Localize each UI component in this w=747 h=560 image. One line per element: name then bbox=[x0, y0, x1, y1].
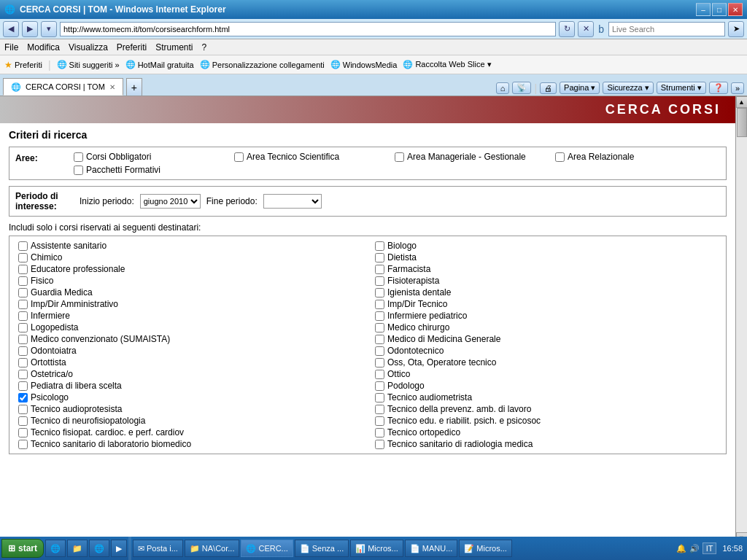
menu-strumenti[interactable]: Strumenti bbox=[155, 42, 193, 52]
recipient-checkbox-4[interactable] bbox=[18, 265, 28, 274]
recipient-checkbox-26[interactable] bbox=[18, 393, 28, 402]
taskbar-btn-nacor[interactable]: 📁 NA\Cor... bbox=[185, 540, 240, 557]
area-manageriale-checkbox[interactable] bbox=[395, 152, 404, 162]
tab-new[interactable]: + bbox=[126, 78, 142, 96]
close-button[interactable]: ✕ bbox=[728, 3, 743, 16]
fav-preferiti[interactable]: ★ Preferiti bbox=[4, 60, 42, 70]
recipient-checkbox-29[interactable] bbox=[375, 405, 384, 414]
fav-siti[interactable]: 🌐 Siti suggeriti » bbox=[57, 60, 120, 69]
sicurezza-button[interactable]: Sicurezza ▾ bbox=[603, 82, 653, 94]
help-button[interactable]: ❓ bbox=[709, 82, 728, 94]
recipient-checkbox-15[interactable] bbox=[375, 323, 384, 332]
menu-file[interactable]: File bbox=[4, 42, 18, 52]
recipient-checkbox-1[interactable] bbox=[375, 241, 384, 251]
recipient-checkbox-28[interactable] bbox=[18, 405, 28, 414]
taskbar-btn-explorer[interactable]: 📁 bbox=[67, 540, 88, 557]
recipients-grid: Assistente sanitarioBiologoChimicoDietis… bbox=[18, 241, 717, 449]
recipient-checkbox-34[interactable] bbox=[18, 440, 28, 449]
menu-visualizza[interactable]: Visualizza bbox=[69, 42, 108, 52]
scroll-thumb[interactable] bbox=[737, 108, 747, 137]
recipient-checkbox-6[interactable] bbox=[18, 276, 28, 286]
recipient-checkbox-30[interactable] bbox=[18, 416, 28, 426]
recipient-checkbox-5[interactable] bbox=[375, 265, 384, 274]
recipient-checkbox-27[interactable] bbox=[375, 393, 384, 402]
taskbar-posta-icon: ✉ bbox=[138, 544, 144, 553]
tab-cerca-corsi[interactable]: 🌐 CERCA CORSI | TOM ✕ bbox=[3, 78, 123, 96]
recipient-checkbox-33[interactable] bbox=[375, 428, 384, 438]
recipient-checkbox-0[interactable] bbox=[18, 241, 28, 251]
recipient-checkbox-12[interactable] bbox=[18, 311, 28, 321]
recipient-checkbox-3[interactable] bbox=[375, 253, 384, 262]
back-button[interactable]: ◀ bbox=[3, 21, 19, 37]
recipient-label-14: Logopedista bbox=[31, 322, 78, 332]
taskbar-btn-media[interactable]: ▶ bbox=[111, 540, 127, 557]
search-input[interactable] bbox=[608, 22, 725, 36]
recipient-checkbox-23[interactable] bbox=[375, 370, 384, 379]
address-input[interactable] bbox=[60, 22, 556, 36]
area-corsi-obbligatori-checkbox[interactable] bbox=[74, 152, 83, 162]
recipient-checkbox-21[interactable] bbox=[375, 358, 384, 368]
fav-windowsmedia[interactable]: 🌐 WindowsMedia bbox=[330, 60, 398, 69]
fav-hotmail-label: HotMail gratuita bbox=[138, 61, 194, 69]
recipient-checkbox-19[interactable] bbox=[375, 346, 384, 356]
taskbar-btn-micros2[interactable]: 📝 Micros... bbox=[459, 540, 512, 557]
menu-help[interactable]: ? bbox=[202, 42, 207, 52]
taskbar-btn-manu[interactable]: 📄 MANU... bbox=[405, 540, 458, 557]
recipient-checkbox-7[interactable] bbox=[375, 276, 384, 286]
taskbar-btn-micros1[interactable]: 📊 Micros... bbox=[350, 540, 403, 557]
recipient-checkbox-16[interactable] bbox=[18, 335, 28, 344]
taskbar-btn-ie2[interactable]: 🌐 bbox=[89, 540, 109, 557]
recipient-checkbox-14[interactable] bbox=[18, 323, 28, 332]
period-end-select[interactable] bbox=[263, 194, 322, 209]
print-button[interactable]: 🖨 bbox=[540, 82, 557, 94]
recipient-checkbox-2[interactable] bbox=[18, 253, 28, 262]
period-start-select[interactable]: giugno 2010 bbox=[140, 194, 201, 209]
fav-hotmail[interactable]: 🌐 HotMail gratuita bbox=[125, 60, 194, 69]
recipient-checkbox-10[interactable] bbox=[18, 300, 28, 309]
dropdown-button[interactable]: ▾ bbox=[41, 21, 57, 37]
start-button[interactable]: ⊞ start bbox=[1, 539, 44, 558]
search-go-button[interactable]: ➤ bbox=[728, 21, 744, 37]
refresh-button[interactable]: ↻ bbox=[559, 21, 575, 37]
area-relazionale-checkbox[interactable] bbox=[555, 152, 565, 162]
taskbar-micros1-icon: 📊 bbox=[355, 544, 365, 553]
fav-raccolta[interactable]: 🌐 Raccolta Web Slice ▾ bbox=[403, 60, 491, 69]
scroll-up-button[interactable]: ▲ bbox=[736, 96, 748, 108]
menu-modifica[interactable]: Modifica bbox=[27, 42, 60, 52]
maximize-button[interactable]: □ bbox=[712, 3, 727, 16]
recipient-checkbox-8[interactable] bbox=[18, 288, 28, 298]
stop-button[interactable]: ✕ bbox=[578, 21, 594, 37]
minimize-button[interactable]: – bbox=[696, 3, 711, 16]
recipient-checkbox-25[interactable] bbox=[375, 381, 384, 391]
recipient-checkbox-9[interactable] bbox=[375, 288, 384, 298]
recipient-checkbox-20[interactable] bbox=[18, 358, 28, 368]
recipient-checkbox-22[interactable] bbox=[18, 370, 28, 379]
taskbar-btn-ie1[interactable]: 🌐 bbox=[45, 540, 66, 557]
recipient-checkbox-13[interactable] bbox=[375, 311, 384, 321]
taskbar-btn-posta[interactable]: ✉ Posta i... bbox=[133, 540, 183, 557]
taskbar-btn-cerca[interactable]: 🌐 CERC... bbox=[241, 540, 293, 557]
fav-personalizzazione[interactable]: 🌐 Personalizzazione collegamenti bbox=[200, 60, 325, 69]
recipient-checkbox-35[interactable] bbox=[375, 440, 384, 449]
recipient-checkbox-11[interactable] bbox=[375, 300, 384, 309]
recipient-checkbox-32[interactable] bbox=[18, 428, 28, 438]
feeds-button[interactable]: 📡 bbox=[512, 82, 531, 94]
tab-close-button[interactable]: ✕ bbox=[109, 83, 115, 91]
menu-preferiti[interactable]: Preferiti bbox=[117, 42, 147, 52]
expand-button[interactable]: » bbox=[731, 82, 744, 94]
area-pacchetti-formativi-checkbox[interactable] bbox=[74, 166, 83, 175]
recipient-checkbox-24[interactable] bbox=[18, 381, 28, 391]
home-button[interactable]: ⌂ bbox=[496, 82, 510, 94]
pagina-button[interactable]: Pagina ▾ bbox=[560, 82, 600, 94]
recipient-checkbox-17[interactable] bbox=[375, 335, 384, 344]
recipient-checkbox-18[interactable] bbox=[18, 346, 28, 356]
recipient-label-4: Educatore professionale bbox=[31, 264, 125, 274]
area-tecnico-scientifica-checkbox[interactable] bbox=[234, 152, 244, 162]
recipient-checkbox-31[interactable] bbox=[375, 416, 384, 426]
taskbar-btn-senza[interactable]: 📄 Senza ... bbox=[295, 540, 349, 557]
forward-button[interactable]: ▶ bbox=[22, 21, 38, 37]
recipient-item-26: Psicologo bbox=[18, 392, 360, 402]
strumenti-button[interactable]: Strumenti ▾ bbox=[657, 82, 706, 94]
language-button[interactable]: IT bbox=[703, 542, 717, 554]
period-section: Periodo di interesse: Inizio periodo: gi… bbox=[9, 186, 727, 217]
